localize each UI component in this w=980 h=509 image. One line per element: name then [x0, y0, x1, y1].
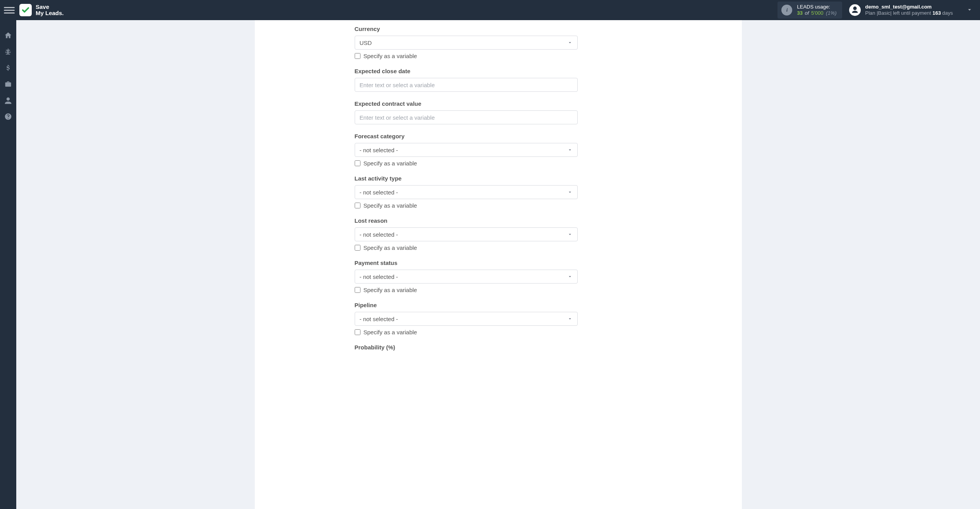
- account-menu[interactable]: demo_sml_test@gmail.com Plan |Basic| lef…: [849, 4, 973, 17]
- nav-account[interactable]: [3, 95, 13, 105]
- currency-value: USD: [360, 40, 372, 46]
- check-icon: [19, 4, 32, 16]
- account-plan: Plan |Basic| left until payment 163 days: [865, 10, 953, 16]
- avatar-icon: [849, 4, 861, 16]
- lost-reason-select[interactable]: - not selected -: [355, 227, 578, 241]
- lost-reason-label: Lost reason: [355, 217, 578, 224]
- usage-label: LEADS usage:: [797, 4, 836, 10]
- pipeline-select[interactable]: - not selected -: [355, 312, 578, 326]
- nav-billing[interactable]: [3, 63, 13, 73]
- nav-home[interactable]: [3, 30, 13, 40]
- chevron-down-icon: [567, 189, 573, 195]
- account-email: demo_sml_test@gmail.com: [865, 4, 953, 10]
- currency-variable-checkbox[interactable]: Specify as a variable: [355, 53, 578, 59]
- last-activity-type-variable-checkbox[interactable]: Specify as a variable: [355, 202, 578, 209]
- nav-help[interactable]: [3, 112, 13, 122]
- payment-status-variable-checkbox[interactable]: Specify as a variable: [355, 287, 578, 293]
- probability-label: Probability (%): [355, 344, 578, 351]
- sidebar: [0, 20, 16, 509]
- payment-status-select[interactable]: - not selected -: [355, 270, 578, 284]
- leads-usage-panel[interactable]: i LEADS usage: 33 of 5'000 (1%): [777, 2, 842, 19]
- last-activity-type-label: Last activity type: [355, 175, 578, 182]
- expected-close-date-input[interactable]: [355, 78, 578, 92]
- expected-contract-value-input[interactable]: [355, 110, 578, 124]
- nav-integrations[interactable]: [3, 79, 13, 89]
- chevron-down-icon: [567, 316, 573, 322]
- content-area: Currency USD Specify as a variable Expec…: [16, 20, 980, 509]
- usage-value: 33 of 5'000 (1%): [797, 10, 836, 16]
- brand-name: Save My Leads.: [36, 4, 64, 17]
- payment-status-label: Payment status: [355, 260, 578, 266]
- pipeline-label: Pipeline: [355, 302, 578, 308]
- forecast-category-label: Forecast category: [355, 133, 578, 139]
- pipeline-variable-checkbox[interactable]: Specify as a variable: [355, 329, 578, 335]
- chevron-down-icon: [567, 274, 573, 279]
- forecast-category-select[interactable]: - not selected -: [355, 143, 578, 157]
- forecast-category-variable-checkbox[interactable]: Specify as a variable: [355, 160, 578, 167]
- last-activity-type-select[interactable]: - not selected -: [355, 185, 578, 199]
- currency-label: Currency: [355, 26, 578, 32]
- chevron-down-icon[interactable]: [966, 6, 973, 14]
- menu-toggle-button[interactable]: [4, 5, 15, 15]
- chevron-down-icon: [567, 232, 573, 237]
- expected-contract-value-label: Expected contract value: [355, 100, 578, 107]
- topbar: Save My Leads. i LEADS usage: 33 of 5'00…: [0, 0, 980, 20]
- info-icon: i: [781, 5, 792, 15]
- form-page: Currency USD Specify as a variable Expec…: [255, 20, 742, 509]
- currency-select[interactable]: USD: [355, 36, 578, 50]
- chevron-down-icon: [567, 40, 573, 45]
- brand-logo[interactable]: Save My Leads.: [19, 4, 64, 17]
- chevron-down-icon: [567, 147, 573, 153]
- lost-reason-variable-checkbox[interactable]: Specify as a variable: [355, 244, 578, 251]
- expected-close-date-label: Expected close date: [355, 68, 578, 74]
- nav-connections[interactable]: [3, 46, 13, 57]
